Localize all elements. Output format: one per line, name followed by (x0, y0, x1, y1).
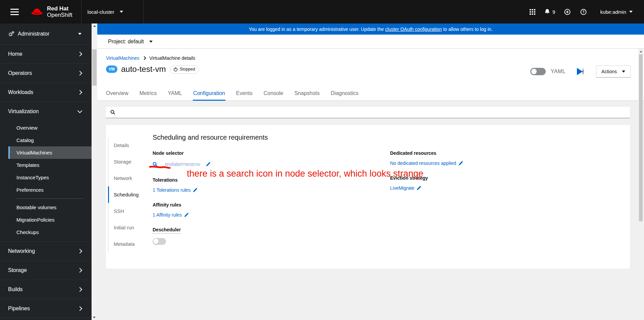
tab-snapshots[interactable]: Snapshots (294, 86, 320, 100)
login-info-banner: You are logged in as a temporary adminis… (97, 24, 644, 35)
help-button[interactable]: ? (575, 4, 591, 20)
chevron-right-icon (77, 90, 82, 95)
subnav-item-network[interactable]: Network (108, 170, 153, 186)
svg-text:?: ? (582, 10, 584, 14)
breadcrumb-chevron-icon (143, 56, 146, 60)
descheduler-label: Descheduler (153, 227, 181, 234)
submenu-divider (16, 198, 83, 199)
annotation-text: there is a search icon in node selector,… (187, 169, 423, 179)
breadcrumb: VirtualMachines VirtualMachine details (106, 55, 195, 61)
search-icon (110, 110, 115, 115)
right-column: Dedicated resources No dedicated resourc… (390, 150, 616, 254)
chevron-right-icon (77, 306, 82, 311)
tab-content: Details Storage Network Scheduling SSH I… (97, 101, 644, 320)
banner-text-after: to allow others to log in. (443, 27, 492, 32)
sidebar-item-templates[interactable]: Templates (0, 159, 92, 171)
sidebar-item-home[interactable]: Home (0, 44, 92, 63)
chevron-right-icon (77, 71, 82, 76)
chevron-down-icon (622, 71, 625, 73)
scroll-up-arrow-icon[interactable] (93, 25, 96, 27)
subnav-item-initial-run[interactable]: Initial run (108, 219, 153, 236)
tab-bar: Overview Metrics YAML Configuration Even… (97, 86, 644, 101)
dedicated-resources-field: Dedicated resources No dedicated resourc… (390, 150, 616, 166)
virtualization-submenu: Overview Catalog VirtualMachines Templat… (0, 121, 92, 241)
sidebar-item-instancetypes[interactable]: InstanceTypes (0, 171, 92, 184)
scrollbar-thumb[interactable] (92, 49, 97, 86)
sidebar: Administrator Home Operators Workloads V… (0, 24, 92, 320)
sidebar-item-builds[interactable]: Builds (0, 280, 92, 299)
app-launcher-grid-icon (530, 9, 535, 15)
sidebar-item-virtualization-overview[interactable]: Overview (0, 122, 92, 134)
pencil-edit-icon[interactable] (206, 162, 211, 167)
actions-dropdown[interactable]: Actions (596, 65, 631, 78)
project-label: Project: (108, 39, 126, 44)
menu-toggle-button[interactable] (9, 7, 20, 16)
tab-overview[interactable]: Overview (106, 86, 128, 100)
sidebar-item-checkups[interactable]: Checkups (0, 226, 92, 238)
app-launcher-button[interactable] (524, 4, 540, 20)
tolerations-edit-link[interactable]: 1 Tolerations rules (153, 187, 198, 193)
tab-yaml[interactable]: YAML (168, 86, 182, 100)
affinity-field: Affinity rules 1 Affinity rules (153, 202, 390, 218)
cluster-selector[interactable]: local-cluster (82, 0, 135, 24)
affinity-label: Affinity rules (153, 202, 390, 208)
sidebar-item-storage[interactable]: Storage (0, 261, 92, 280)
chevron-down-icon (120, 11, 123, 13)
sidebar-item-operators[interactable]: Operators (0, 63, 92, 83)
sidebar-item-pipelines[interactable]: Pipelines (0, 299, 92, 318)
chevron-right-icon (77, 249, 82, 254)
sidebar-scrollbar[interactable] (92, 24, 97, 320)
content-scrollbar[interactable] (638, 49, 643, 320)
sidebar-item-networking[interactable]: Networking (0, 241, 92, 261)
sidebar-item-migrationpolicies[interactable]: MigrationPolicies (0, 214, 92, 226)
sidebar-item-catalog[interactable]: Catalog (0, 134, 92, 146)
scroll-down-arrow-icon[interactable] (93, 317, 96, 318)
import-button[interactable] (559, 4, 575, 20)
subnav-item-scheduling[interactable]: Scheduling (108, 186, 153, 203)
subnav-item-metadata[interactable]: Metadata (108, 236, 153, 252)
tab-metrics[interactable]: Metrics (140, 86, 157, 100)
status-badge: Stopped (170, 65, 199, 74)
yaml-switch[interactable] (530, 68, 546, 75)
question-circle-icon: ? (580, 9, 587, 15)
sidebar-item-virtualization[interactable]: Virtualization (0, 102, 92, 121)
affinity-edit-link[interactable]: 1 Affinity rules (153, 212, 189, 218)
dedicated-resources-label: Dedicated resources (390, 150, 616, 156)
subnav-item-storage[interactable]: Storage (108, 153, 153, 170)
descheduler-field: Descheduler (153, 227, 390, 245)
sidebar-item-preferences[interactable]: Preferences (0, 184, 92, 196)
breadcrumb-virtualmachines-link[interactable]: VirtualMachines (106, 55, 139, 61)
start-vm-button[interactable] (577, 68, 583, 75)
section-heading: Scheduling and resource requirements (153, 134, 616, 141)
configuration-filter-input[interactable] (119, 106, 630, 118)
username: kube:admin (600, 9, 626, 15)
tab-events[interactable]: Events (236, 86, 253, 100)
brand-line1: Red Hat (47, 5, 72, 12)
dedicated-resources-edit-link[interactable]: No dedicated resources applied (390, 161, 463, 166)
sidebar-item-bootable-volumes[interactable]: Bootable volumes (0, 201, 92, 214)
eviction-strategy-edit-link[interactable]: LiveMigrate (390, 185, 421, 191)
yaml-switch-label: YAML (551, 68, 566, 75)
sidebar-item-workloads[interactable]: Workloads (0, 83, 92, 102)
tab-console[interactable]: Console (264, 86, 283, 100)
vm-kind-badge: VM (106, 65, 117, 73)
subnav-item-ssh[interactable]: SSH (108, 203, 153, 219)
tab-configuration[interactable]: Configuration (193, 86, 225, 100)
tab-diagnostics[interactable]: Diagnostics (331, 86, 359, 100)
oauth-configuration-link[interactable]: cluster OAuth configuration (385, 27, 442, 32)
chevron-down-icon (149, 41, 153, 43)
sidebar-item-virtualmachines[interactable]: VirtualMachines (8, 146, 92, 159)
scroll-up-arrow-icon[interactable] (640, 51, 642, 52)
pencil-edit-icon (184, 213, 189, 217)
subnav-item-details[interactable]: Details (108, 137, 153, 153)
scrollbar-thumb[interactable] (639, 54, 643, 221)
left-column: Node selector testlabel=testcnv (153, 150, 390, 254)
descheduler-switch[interactable] (153, 238, 166, 245)
banner-text-before: You are logged in as a temporary adminis… (249, 27, 384, 32)
notifications-button[interactable]: 9 (540, 4, 559, 20)
chevron-down-icon (78, 33, 82, 35)
user-menu[interactable]: kube:admin (598, 9, 635, 15)
perspective-switcher[interactable]: Administrator (0, 24, 92, 44)
scheduling-content: Scheduling and resource requirements Nod… (153, 125, 630, 269)
project-selector[interactable]: Project: default (106, 38, 155, 45)
